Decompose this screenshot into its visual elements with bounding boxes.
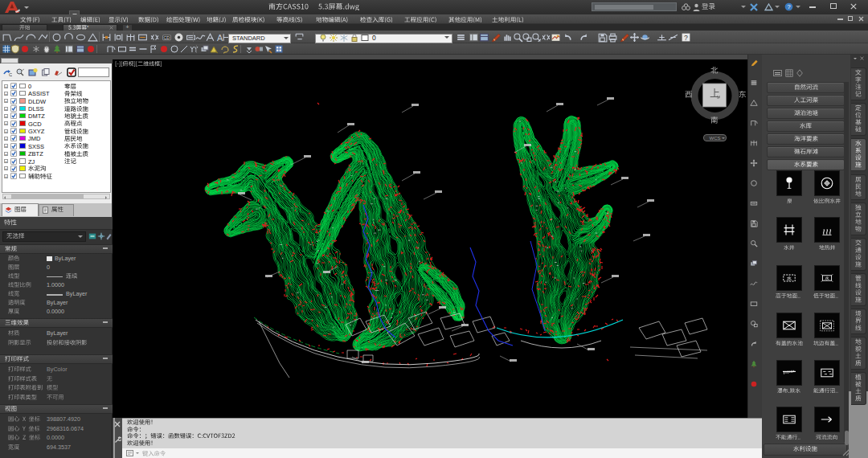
svg-text:C: C	[9, 72, 12, 77]
svg-text:?: ?	[684, 33, 688, 41]
svg-text:CD: CD	[163, 35, 170, 39]
svg-text:?: ?	[787, 3, 790, 10]
